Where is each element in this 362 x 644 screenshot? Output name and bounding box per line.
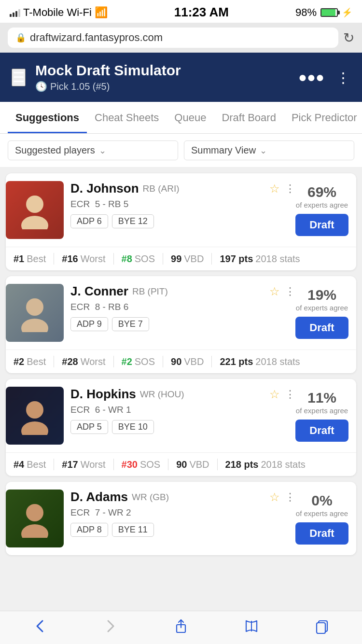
player-tags: ADP 5 BYE 10 [70, 420, 295, 434]
page-subtitle: 🕓 Pick 1.05 (#5) [35, 81, 181, 92]
expert-agree-block: 19% of experts agree Draft [295, 284, 348, 342]
expert-agree-block: 0% of experts agree Draft [295, 490, 348, 547]
player-photo [6, 181, 64, 239]
stat-divider [113, 459, 114, 470]
hamburger-button[interactable]: ☰ [12, 69, 26, 86]
stat-divider [211, 253, 212, 265]
card-top: D. Johnson RB (ARI) ☆ ⋮ ECR 5 - RB 5 ADP… [6, 173, 356, 247]
player-name: D. Hopkins [70, 387, 136, 402]
stat-label: SOS [135, 356, 155, 367]
draft-button[interactable]: Draft [295, 522, 348, 545]
card-top: J. Conner RB (PIT) ☆ ⋮ ECR 8 - RB 6 ADP … [6, 276, 356, 350]
stat-label: Best [27, 356, 46, 367]
stat-item: 90 VBD [171, 356, 211, 367]
stat-label: 2018 stats [255, 356, 300, 367]
player-name: D. Adams [70, 490, 128, 504]
tab-draft-board[interactable]: Draft Board [214, 102, 284, 133]
adp-tag: ADP 5 [70, 420, 108, 434]
card-top: D. Hopkins WR (HOU) ☆ ⋮ ECR 6 - WR 1 ADP… [6, 379, 356, 452]
url-text: draftwizard.fantasypros.com [30, 31, 163, 44]
tab-cheat-sheets[interactable]: Cheat Sheets [87, 102, 167, 133]
draft-button[interactable]: Draft [295, 214, 348, 236]
svg-point-0 [26, 196, 43, 213]
player-actions: ☆ ⋮ [269, 285, 295, 298]
more-button[interactable]: ⋮ [285, 491, 295, 504]
stat-divider [54, 356, 54, 367]
card-bottom: #2 Best #28 Worst #2 SOS 90 VBD 221 pts … [6, 350, 356, 373]
player-ecr: ECR 8 - RB 6 [70, 302, 295, 312]
battery-icon [320, 8, 338, 17]
player-photo [6, 490, 64, 547]
view-filter[interactable]: Summary View ⌄ [184, 140, 354, 160]
stat-item: 197 pts 2018 stats [220, 253, 307, 265]
stat-item: 90 VBD [176, 459, 217, 470]
tab-queue[interactable]: Queue [167, 102, 214, 133]
tab-pick-predictor[interactable]: Pick Predictor [284, 102, 362, 133]
stat-label: VBD [184, 253, 204, 265]
svg-point-7 [21, 524, 48, 538]
stat-item: #28 Worst [62, 356, 113, 367]
favorite-button[interactable]: ☆ [269, 182, 280, 196]
player-actions: ☆ ⋮ [269, 388, 295, 401]
stat-rank: 90 [176, 459, 187, 470]
adp-tag: ADP 9 [70, 317, 108, 331]
reload-button[interactable]: ↻ [343, 30, 354, 46]
svg-point-4 [26, 401, 43, 419]
favorite-button[interactable]: ☆ [269, 388, 280, 401]
player-info: D. Adams WR (GB) ☆ ⋮ ECR 7 - WR 2 ADP 8 … [70, 490, 295, 547]
more-button[interactable]: ⋮ [285, 285, 295, 298]
stat-item: #30 SOS [122, 459, 168, 470]
player-card: J. Conner RB (PIT) ☆ ⋮ ECR 8 - RB 6 ADP … [6, 276, 356, 373]
player-info: J. Conner RB (PIT) ☆ ⋮ ECR 8 - RB 6 ADP … [70, 284, 295, 342]
stat-divider [163, 253, 163, 265]
player-name-row: J. Conner RB (PIT) ☆ ⋮ [70, 284, 295, 299]
player-actions: ☆ ⋮ [269, 490, 295, 504]
favorite-button[interactable]: ☆ [269, 490, 280, 504]
player-tags: ADP 9 BYE 7 [70, 317, 295, 331]
draft-button[interactable]: Draft [295, 317, 348, 339]
svg-point-3 [21, 319, 48, 332]
agree-label: of experts agree [296, 303, 348, 313]
stat-divider [217, 459, 218, 470]
stat-label: VBD [189, 459, 209, 470]
player-card: D. Adams WR (GB) ☆ ⋮ ECR 7 - WR 2 ADP 8 … [6, 482, 356, 555]
agree-pct: 11% [307, 390, 336, 406]
more-button[interactable]: ⋮ [285, 388, 295, 401]
bye-tag: BYE 7 [112, 317, 149, 331]
agree-label: of experts agree [296, 200, 348, 210]
tab-suggestions[interactable]: Suggestions [8, 102, 87, 133]
signal-icon [10, 8, 20, 17]
cards-container: D. Johnson RB (ARI) ☆ ⋮ ECR 5 - RB 5 ADP… [0, 168, 362, 561]
bye-tag: BYE 12 [112, 214, 154, 228]
players-filter[interactable]: Suggested players ⌄ [8, 140, 178, 160]
stat-item: #16 Worst [62, 253, 113, 265]
more-options-button[interactable]: ⋮ [336, 69, 350, 86]
stat-rank: #16 [62, 253, 78, 265]
player-ecr: ECR 7 - WR 2 [70, 507, 295, 518]
draft-button[interactable]: Draft [295, 420, 348, 442]
status-time: 11:23 AM [174, 5, 229, 20]
player-photo [6, 387, 64, 445]
favorite-button[interactable]: ☆ [269, 285, 280, 298]
chevron-down-icon: ⌄ [99, 145, 106, 156]
clock-icon: 🕓 [35, 81, 47, 92]
stat-item: 99 VBD [171, 253, 211, 265]
agree-pct: 69% [307, 184, 336, 200]
view-filter-label: Summary View [191, 145, 256, 156]
bye-tag: BYE 10 [112, 420, 154, 434]
search-button[interactable]: ●●● [298, 69, 324, 85]
charging-icon: ⚡ [342, 7, 352, 18]
stat-rank: 90 [171, 356, 181, 367]
nav-header: ☰ Mock Draft Simulator 🕓 Pick 1.05 (#5) … [0, 53, 362, 102]
player-pos-team: WR (HOU) [140, 389, 184, 400]
stat-rank: #8 [122, 253, 132, 265]
stat-divider [168, 459, 168, 470]
agree-pct: 0% [311, 492, 332, 509]
player-ecr: ECR 5 - RB 5 [70, 199, 295, 210]
card-bottom: #1 Best #16 Worst #8 SOS 99 VBD 197 pts … [6, 247, 356, 270]
more-button[interactable]: ⋮ [285, 182, 295, 195]
status-bar: T-Mobile Wi-Fi 📶 11:23 AM 98% ⚡ [0, 0, 362, 23]
stat-item: #2 Best [14, 356, 54, 367]
url-bar[interactable]: 🔒 draftwizard.fantasypros.com [8, 28, 338, 48]
expert-agree-block: 11% of experts agree Draft [295, 387, 348, 445]
